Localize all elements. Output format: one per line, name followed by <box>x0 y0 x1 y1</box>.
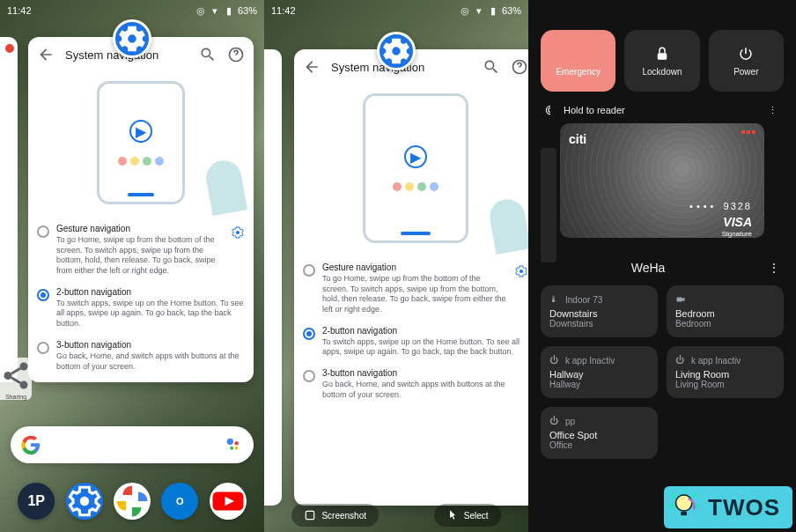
recents-previous-card[interactable] <box>0 37 18 382</box>
nfc-icon <box>544 104 556 116</box>
more-icon[interactable]: ⋮ <box>768 105 780 116</box>
phone-screenshot-2: 11:42 ◎ ▾ ▮ 63% System navigation ▶ <box>264 0 528 532</box>
radio-unselected[interactable] <box>37 342 49 354</box>
svg-point-12 <box>520 270 523 273</box>
sharing-label: Sharing <box>5 394 26 400</box>
dock-outlook-icon[interactable]: O <box>161 483 198 520</box>
status-bar: 11:42 ◎ ▾ ▮ 63% <box>0 0 264 21</box>
gear-icon[interactable] <box>231 225 245 240</box>
hand-illustration <box>487 196 528 255</box>
asterisk-icon <box>571 46 586 62</box>
svg-point-7 <box>235 447 239 450</box>
nav-option-three-button[interactable]: 3-button navigation Go back, Home, and s… <box>37 335 245 377</box>
recents-card-settings[interactable]: System navigation ▶ Gesture navigation T… <box>28 37 254 382</box>
radio-selected[interactable] <box>303 328 315 340</box>
power-icon: ⏻ <box>549 355 560 366</box>
dock-settings-icon[interactable] <box>66 483 103 520</box>
card-last4: 9328 <box>724 201 752 211</box>
nav-option-two-button[interactable]: 2-button navigation To switch apps, swip… <box>37 282 245 335</box>
card-brand: citi <box>569 132 755 146</box>
power-buttons: Emergency Lockdown Power <box>528 0 796 100</box>
nav-option-gesture[interactable]: Gesture navigation To go Home, swipe up … <box>37 218 245 282</box>
nav-option-two-button[interactable]: 2-button navigation To switch apps, swip… <box>303 321 528 363</box>
home-name-row: WeHa ⋮ <box>528 247 796 285</box>
lockdown-button[interactable]: Lockdown <box>624 30 699 92</box>
help-icon[interactable] <box>227 46 245 63</box>
svg-point-4 <box>20 381 28 389</box>
svg-point-1 <box>236 231 240 234</box>
power-icon: ⏻ <box>549 416 560 426</box>
power-menu-screenshot: Emergency Lockdown Power Hold to reader … <box>528 0 796 532</box>
thermometer-icon: 🌡 <box>549 294 560 305</box>
play-icon[interactable]: ▶ <box>129 120 152 143</box>
privacy-dot-icon: ◎ <box>195 5 206 16</box>
dock: 1P O <box>0 483 264 520</box>
tile-thermostat[interactable]: 🌡Indoor 73 Downstairs Downstairs <box>541 285 658 337</box>
wallet-card[interactable]: citi •••• 9328 VISA Signature <box>560 123 764 238</box>
more-icon[interactable]: ⋮ <box>768 261 780 275</box>
nav-option-three-button[interactable]: 3-button navigation Go back, Home, and s… <box>303 363 528 405</box>
svg-rect-15 <box>677 298 683 302</box>
nav-option-gesture[interactable]: Gesture navigation To go Home, swipe up … <box>303 257 528 321</box>
search-icon[interactable] <box>199 46 217 63</box>
sharing-tile[interactable]: Sharing <box>0 358 32 400</box>
help-icon[interactable] <box>511 58 528 76</box>
google-g-icon <box>21 435 41 454</box>
back-icon[interactable] <box>37 46 55 63</box>
power-button[interactable]: Power <box>709 30 784 92</box>
dock-1password-icon[interactable]: 1P <box>18 483 55 520</box>
card-tier: Signature <box>722 230 752 238</box>
recents-card-settings[interactable]: System navigation ▶ Gesture navigation T… <box>294 49 528 506</box>
battery-icon: ▮ <box>224 5 234 16</box>
home-name: WeHa <box>631 261 666 275</box>
navigation-options: Gesture navigation To go Home, swipe up … <box>294 252 528 413</box>
status-time: 11:42 <box>271 5 296 16</box>
phone-screenshot-1: 11:42 ◎ ▾ ▮ 63% System navigation ▶ <box>0 0 264 532</box>
recents-previous-card[interactable] <box>264 49 282 506</box>
svg-rect-14 <box>658 53 667 60</box>
privacy-dot-icon: ◎ <box>460 5 470 16</box>
svg-point-2 <box>20 363 28 371</box>
avatar-icon <box>4 42 16 55</box>
svg-point-5 <box>227 439 233 445</box>
settings-app-icon[interactable] <box>377 32 416 70</box>
dock-youtube-icon[interactable] <box>210 483 247 520</box>
status-bar: 11:42 ◎ ▾ ▮ 63% <box>264 0 528 21</box>
svg-point-6 <box>234 441 239 446</box>
battery-percent: 63% <box>238 5 257 16</box>
watermark-text: TWOS <box>708 494 780 521</box>
tile-camera[interactable]: Bedroom Bedroom <box>667 285 784 337</box>
screenshot-button[interactable]: Screenshot <box>291 504 379 527</box>
device-tiles: 🌡Indoor 73 Downstairs Downstairs Bedroom… <box>528 285 796 459</box>
recents-actions: Screenshot Select <box>264 504 528 527</box>
lock-icon <box>654 46 670 62</box>
svg-point-9 <box>79 497 89 506</box>
radio-unselected[interactable] <box>303 370 315 382</box>
emergency-button[interactable]: Emergency <box>541 30 615 92</box>
select-button[interactable]: Select <box>434 504 501 527</box>
settings-app-icon[interactable] <box>113 19 151 58</box>
camera-icon <box>675 294 686 305</box>
svg-point-16 <box>676 495 692 511</box>
tile-living-room[interactable]: ⏻k app Inactiv Living Room Living Room <box>667 346 784 398</box>
radio-unselected[interactable] <box>303 264 315 277</box>
wallet-hint: Hold to reader <box>564 105 625 115</box>
back-icon[interactable] <box>303 58 321 76</box>
play-icon[interactable]: ▶ <box>404 145 427 168</box>
radio-unselected[interactable] <box>37 225 49 238</box>
svg-point-3 <box>4 372 12 380</box>
tile-office[interactable]: ⏻pp Office Spot Office <box>541 407 658 459</box>
dock-photos-icon[interactable] <box>114 483 151 520</box>
google-search-bar[interactable] <box>11 426 254 463</box>
search-icon[interactable] <box>483 58 500 76</box>
navigation-preview-illustration: ▶ <box>294 85 528 252</box>
gear-icon[interactable] <box>514 264 528 278</box>
svg-point-8 <box>230 447 233 450</box>
assistant-mic-icon[interactable] <box>224 435 243 454</box>
status-time: 11:42 <box>7 5 32 16</box>
battery-icon: ▮ <box>488 5 498 16</box>
radio-selected[interactable] <box>37 289 49 301</box>
wallet-card-previous[interactable] <box>541 148 556 262</box>
wifi-icon: ▾ <box>474 5 484 16</box>
tile-hallway[interactable]: ⏻k app Inactiv Hallway Hallway <box>541 346 658 398</box>
